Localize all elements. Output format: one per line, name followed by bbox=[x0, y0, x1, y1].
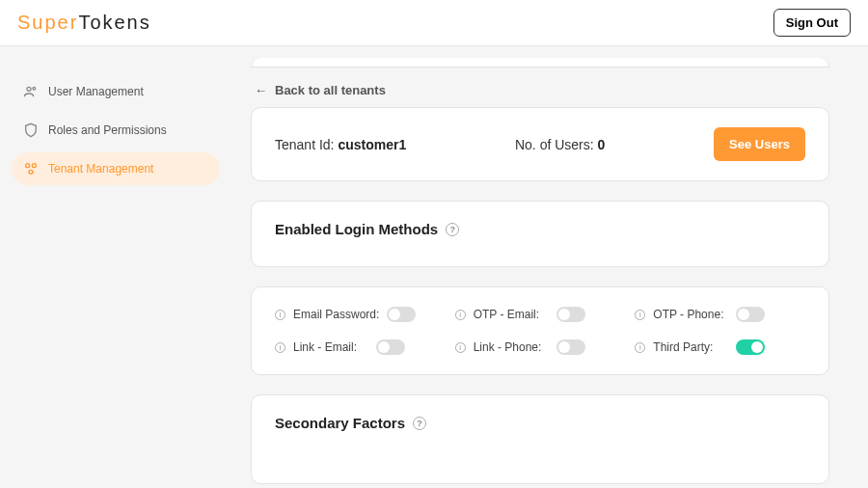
users-icon bbox=[23, 84, 39, 99]
tenant-icon bbox=[23, 161, 39, 176]
secondary-title: Secondary Factors ? bbox=[275, 415, 805, 431]
login-method-toggle[interactable] bbox=[376, 339, 405, 355]
app-header: SuperTokens Sign Out bbox=[0, 0, 868, 46]
info-icon[interactable]: i bbox=[275, 310, 285, 320]
login-method-toggle[interactable] bbox=[556, 307, 585, 322]
tenant-id-value: customer1 bbox=[338, 137, 406, 152]
svg-point-1 bbox=[33, 87, 36, 90]
login-method-toggle[interactable] bbox=[736, 339, 765, 355]
sidebar-item-label: Roles and Permissions bbox=[48, 123, 167, 137]
secondary-title-card: Secondary Factors ? bbox=[251, 394, 829, 484]
login-method-label: OTP - Email: bbox=[474, 308, 549, 321]
shield-icon bbox=[23, 122, 39, 138]
brand-logo: SuperTokens bbox=[17, 12, 151, 34]
svg-point-4 bbox=[29, 170, 33, 174]
login-method-label: Third Party: bbox=[653, 340, 728, 354]
tenant-info-row: Tenant Id: customer1 No. of Users: 0 See… bbox=[275, 127, 805, 161]
info-icon[interactable]: i bbox=[275, 342, 285, 353]
section-title-text: Secondary Factors bbox=[275, 415, 405, 431]
sidebar-item-user-management[interactable]: User Management bbox=[12, 75, 220, 108]
login-method-label: Link - Email: bbox=[293, 340, 368, 354]
sidebar-item-tenant-management[interactable]: Tenant Management bbox=[12, 152, 220, 185]
svg-point-2 bbox=[26, 164, 30, 168]
see-users-button[interactable]: See Users bbox=[714, 127, 805, 161]
login-method-row: iLink - Email: bbox=[275, 339, 446, 355]
tenant-users-label: No. of Users: bbox=[515, 137, 594, 152]
tenant-id: Tenant Id: customer1 bbox=[275, 137, 406, 152]
sidebar-item-label: Tenant Management bbox=[48, 162, 153, 176]
info-icon[interactable]: i bbox=[635, 342, 645, 353]
login-method-toggle[interactable] bbox=[387, 307, 416, 322]
brand-part-a: Super bbox=[17, 12, 78, 33]
sidebar-item-roles[interactable]: Roles and Permissions bbox=[12, 114, 220, 147]
sign-out-button[interactable]: Sign Out bbox=[773, 9, 851, 37]
login-method-row: iEmail Password: bbox=[275, 307, 446, 322]
login-method-row: iLink - Phone: bbox=[455, 339, 626, 355]
tenant-info-card: Tenant Id: customer1 No. of Users: 0 See… bbox=[251, 107, 829, 181]
login-method-toggle[interactable] bbox=[736, 307, 765, 322]
login-method-label: Email Password: bbox=[293, 308, 379, 321]
svg-point-3 bbox=[32, 164, 36, 168]
login-methods-title-card: Enabled Login Methods ? bbox=[251, 201, 829, 267]
layout: User Management Roles and Permissions Te… bbox=[0, 46, 868, 488]
tenant-id-label: Tenant Id: bbox=[275, 137, 335, 152]
info-icon[interactable]: i bbox=[455, 342, 466, 353]
svg-point-0 bbox=[27, 87, 31, 91]
help-icon[interactable]: ? bbox=[446, 223, 459, 236]
info-icon[interactable]: i bbox=[455, 310, 466, 320]
help-icon[interactable]: ? bbox=[413, 417, 426, 430]
login-methods-card: iEmail Password:iOTP - Email:iOTP - Phon… bbox=[251, 286, 829, 375]
login-method-row: iThird Party: bbox=[635, 339, 805, 355]
card-stub bbox=[251, 58, 829, 68]
login-method-row: iOTP - Phone: bbox=[635, 307, 805, 322]
tenant-users: No. of Users: 0 bbox=[515, 137, 605, 152]
login-methods-title: Enabled Login Methods ? bbox=[275, 221, 805, 237]
brand-part-b: Tokens bbox=[78, 12, 150, 33]
login-method-row: iOTP - Email: bbox=[455, 307, 626, 322]
login-method-label: OTP - Phone: bbox=[653, 308, 728, 321]
info-icon[interactable]: i bbox=[635, 310, 645, 320]
arrow-left-icon: ← bbox=[255, 83, 267, 97]
login-method-label: Link - Phone: bbox=[474, 340, 549, 354]
section-title-text: Enabled Login Methods bbox=[275, 221, 438, 237]
login-methods-grid: iEmail Password:iOTP - Email:iOTP - Phon… bbox=[275, 307, 805, 355]
sidebar: User Management Roles and Permissions Te… bbox=[0, 46, 231, 488]
login-method-toggle[interactable] bbox=[556, 339, 585, 355]
main-content: ← Back to all tenants Tenant Id: custome… bbox=[231, 46, 868, 488]
sidebar-item-label: User Management bbox=[48, 85, 144, 98]
back-label: Back to all tenants bbox=[275, 83, 386, 97]
back-to-tenants-link[interactable]: ← Back to all tenants bbox=[255, 83, 829, 97]
tenant-users-value: 0 bbox=[598, 137, 606, 152]
